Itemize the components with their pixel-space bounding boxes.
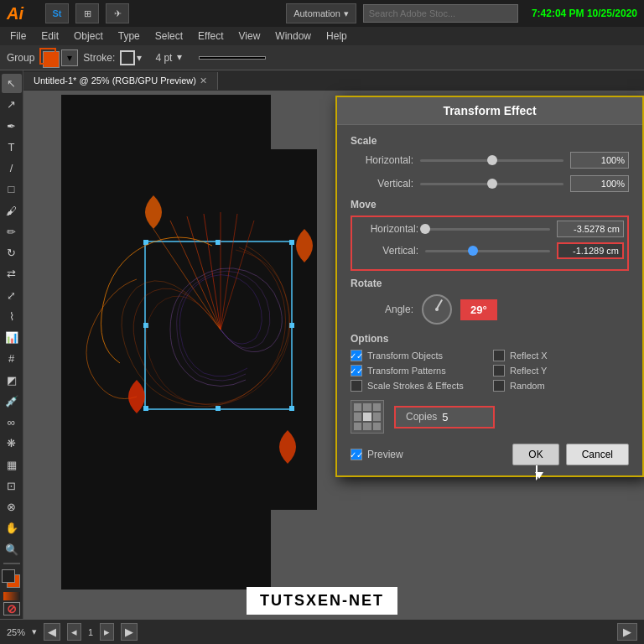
background-color[interactable] [2, 569, 15, 583]
move-h-slider[interactable] [425, 228, 550, 231]
move-v-thumb[interactable] [468, 246, 478, 256]
move-v-slider[interactable] [425, 250, 550, 252]
stroke-size-arrow[interactable]: ▾ [177, 51, 190, 65]
page-number: 1 [88, 627, 93, 637]
dialog-body: Scale Horizontal: 100% Vertical: 100% [337, 125, 642, 475]
fill-options[interactable]: ▾ [61, 49, 78, 66]
angle-dial[interactable] [422, 294, 452, 325]
move-h-value[interactable]: -3.5278 cm [557, 221, 624, 237]
reflect-y-label: Reflect Y [510, 366, 547, 376]
stroke-arrow[interactable]: ▾ [137, 51, 150, 65]
ok-button[interactable]: OK [512, 444, 558, 465]
automation-button[interactable]: Automation ▾ [286, 3, 356, 23]
random-row: Random [493, 380, 629, 392]
rect-tool[interactable]: □ [2, 179, 22, 199]
prev-page2[interactable]: ◂ [67, 623, 81, 641]
scale-strokes-checkbox[interactable] [351, 380, 362, 392]
menu-edit[interactable]: Edit [34, 29, 65, 44]
scale-v-slider[interactable] [420, 183, 564, 185]
left-toolbar: ↖ ↗ ✒ T / □ 🖌 ✏ ↻ ⇄ ⤢ ⌇ 📊 # ◩ 💉 ∞ ❋ ▦ ⊡ … [0, 70, 23, 619]
scale-horizontal-row: Horizontal: 100% [351, 152, 629, 169]
move-h-label: Horizontal: [356, 223, 418, 235]
menu-effect[interactable]: Effect [191, 29, 230, 44]
scale-h-thumb[interactable] [487, 155, 497, 165]
mesh-tool[interactable]: # [2, 349, 22, 368]
reflect-x-checkbox[interactable] [493, 350, 505, 361]
direct-select-tool[interactable]: ↗ [2, 95, 22, 114]
scale-strokes-row: Scale Strokes & Effects [351, 380, 486, 392]
scale-v-value[interactable]: 100% [570, 175, 629, 192]
zoom-level[interactable]: 25% [7, 627, 25, 637]
svg-rect-4 [289, 240, 294, 245]
move-section-label: Move [351, 199, 629, 210]
zoom-tool[interactable]: 🔍 [2, 540, 22, 559]
eyedropper-tool[interactable]: 💉 [2, 392, 22, 411]
prev-page[interactable]: ◀ [44, 623, 60, 641]
close-tab-icon[interactable]: ✕ [200, 75, 207, 86]
group-label: Group [7, 52, 34, 64]
reflect-tool[interactable]: ⇄ [2, 264, 22, 283]
menu-window[interactable]: Window [268, 29, 318, 44]
symbol-tool[interactable]: ❋ [2, 434, 22, 453]
artboard-tool[interactable]: ⊡ [2, 476, 22, 496]
column-graph-tool[interactable]: ▦ [2, 455, 22, 475]
grid-icon[interactable]: ⊞ [75, 3, 99, 23]
search-input[interactable] [363, 4, 518, 23]
cancel-button[interactable]: Cancel [566, 444, 629, 465]
pen-tool[interactable]: ✒ [2, 117, 22, 136]
warp-tool[interactable]: ⌇ [2, 307, 22, 326]
menu-object[interactable]: Object [67, 29, 110, 44]
menu-view[interactable]: View [232, 29, 267, 44]
stroke-color[interactable] [120, 50, 135, 65]
tool-bar: Group ▾ Stroke: ▾ 4 pt ▾ [0, 45, 644, 70]
slice-tool[interactable]: ⊗ [2, 497, 22, 517]
svg-rect-0 [74, 149, 317, 510]
copies-label: Copies [406, 411, 437, 423]
send-icon[interactable]: ✈ [106, 3, 129, 23]
zoom-arrow[interactable]: ▾ [32, 626, 37, 637]
reflect-y-checkbox[interactable] [493, 365, 505, 377]
line-tool[interactable]: / [2, 158, 22, 178]
svg-rect-8 [216, 406, 221, 411]
scale-tool[interactable]: ⤢ [2, 286, 22, 305]
rotate-section-label: Rotate [351, 278, 629, 289]
next-page[interactable]: ▸ [100, 623, 114, 641]
menu-file[interactable]: File [3, 29, 33, 44]
transform-patterns-checkbox[interactable]: ✓ [351, 365, 362, 377]
angle-value-box[interactable]: 29° [460, 299, 497, 320]
scale-h-slider[interactable] [420, 159, 564, 162]
blend-tool[interactable]: ∞ [2, 413, 22, 432]
copies-value-box[interactable]: Copies 5 [394, 406, 495, 428]
preview-checkbox[interactable]: ✓ [351, 449, 362, 460]
angle-value: 29° [470, 304, 487, 316]
angle-label: Angle: [351, 304, 413, 315]
scale-h-value[interactable]: 100% [570, 152, 629, 169]
document-tab[interactable]: Untitled-1* @ 25% (RGB/GPU Preview) ✕ [23, 72, 218, 90]
next-page2[interactable]: ▶ [121, 623, 138, 641]
menu-select[interactable]: Select [148, 29, 190, 44]
graph-tool[interactable]: 📊 [2, 328, 22, 347]
rotate-tool[interactable]: ↻ [2, 243, 22, 262]
transform-objects-checkbox[interactable]: ✓ [351, 350, 362, 361]
select-tool[interactable]: ↖ [2, 74, 22, 93]
nav-right[interactable]: ▶ [617, 623, 637, 641]
type-tool[interactable]: T [2, 138, 22, 157]
ps-icon[interactable]: St [45, 3, 69, 23]
preview-label: Preview [367, 449, 403, 460]
hand-tool[interactable]: ✋ [2, 518, 22, 538]
gradient-tool[interactable]: ◩ [2, 371, 22, 390]
main-area: ↖ ↗ ✒ T / □ 🖌 ✏ ↻ ⇄ ⤢ ⌇ 📊 # ◩ 💉 ∞ ❋ ▦ ⊡ … [0, 70, 644, 619]
random-checkbox[interactable] [493, 380, 505, 392]
pencil-tool[interactable]: ✏ [2, 222, 22, 242]
menu-help[interactable]: Help [319, 29, 354, 44]
none-swatch[interactable]: ⊘ [3, 602, 20, 615]
app-logo: Ai [7, 4, 39, 23]
menu-type[interactable]: Type [112, 29, 147, 44]
move-h-thumb[interactable] [420, 224, 430, 234]
move-v-value[interactable]: -1.1289 cm [557, 242, 624, 259]
paintbrush-tool[interactable]: 🖌 [2, 201, 22, 221]
random-label: Random [510, 381, 545, 391]
scale-v-thumb[interactable] [487, 179, 497, 189]
gradient-swatch[interactable] [3, 592, 20, 600]
copies-grid-icon[interactable] [351, 400, 384, 434]
